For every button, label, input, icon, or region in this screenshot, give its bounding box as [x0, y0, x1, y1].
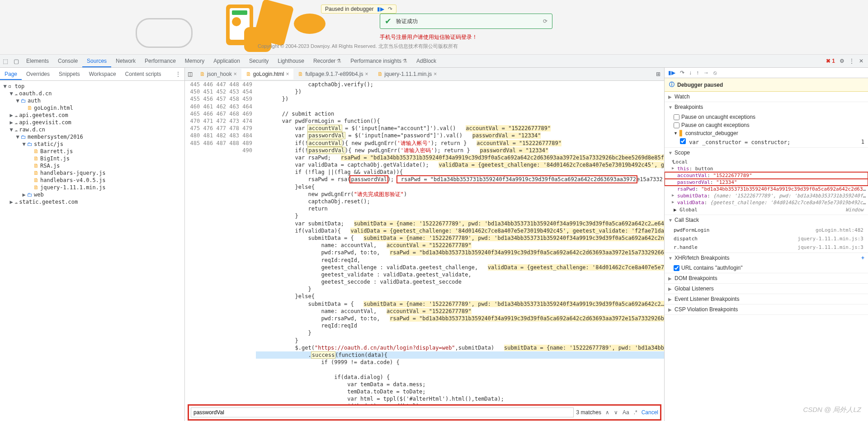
code-content[interactable]: captchaObj.verify(); }) }) // submit act… [256, 81, 664, 421]
tree-top[interactable]: ▼▫ top [0, 83, 184, 90]
tree-geetest[interactable]: ▶☁api.geetest.com [0, 112, 184, 119]
scope-section[interactable]: ▼Scope [665, 148, 868, 158]
file-tab[interactable]: 🗎fullpage.9.1.7-e899b4.js × [293, 69, 373, 80]
breakpoint-code[interactable]: var _constructor = constructor;1 [665, 137, 868, 146]
scope-validdata[interactable]: ▶validData: {geetest_challenge: '84d0146… [665, 199, 868, 206]
tree-file[interactable]: 🗎handlebars-jquery.js [0, 169, 184, 177]
callstack-frame[interactable]: r.handlejquery-1.11.1.min.js:3 [665, 243, 868, 252]
resume-icon[interactable]: ▮▶ [668, 70, 675, 76]
tree-raw[interactable]: ▼☁raw.d.cn [0, 126, 184, 133]
settings-icon[interactable]: ⚙ [840, 58, 844, 64]
scope-submitdata[interactable]: ▶submitData: {name: '15222677789', pwd: … [665, 192, 868, 199]
nav-tab-page[interactable]: Page [0, 69, 22, 80]
step-out-icon[interactable]: ↑ [696, 70, 699, 76]
step-over-icon[interactable]: ↷ [388, 6, 392, 12]
devtools-header: ⬚ ▢ ElementsConsoleSourcesNetworkPerform… [0, 55, 868, 68]
tree-member[interactable]: ▼🗀membersystem/2016 [0, 133, 184, 140]
nav-tab-overrides[interactable]: Overrides [22, 69, 54, 80]
tree-geevisit[interactable]: ▶☁api.geevisit.com [0, 119, 184, 126]
nav-tab-snippets[interactable]: Snippets [54, 69, 85, 80]
nav-tab-content scripts[interactable]: Content scripts [121, 69, 166, 80]
search-next-icon[interactable]: ∨ [613, 409, 619, 416]
scope-rsapwd[interactable]: rsaPwd: "bd1a34bb353731b359240f34a9919c3… [665, 186, 868, 192]
scope-password[interactable]: passwordVal: "12334" [665, 179, 868, 186]
tab-elements[interactable]: Elements [22, 55, 53, 67]
tab-sources[interactable]: Sources [82, 55, 111, 67]
debugger-pause-banner: Paused in debugger ▮▶ ↷ [321, 5, 396, 14]
breakpoint-item[interactable]: ▼▋constructor_debugger [665, 129, 868, 137]
pause-text: Paused in debugger [325, 6, 373, 12]
search-input[interactable] [191, 407, 574, 417]
tree-static-geetest[interactable]: ▶☁static.geetest.com [0, 198, 184, 206]
tab-console[interactable]: Console [53, 55, 82, 67]
tree-file[interactable]: 🗎handlebars-v4.0.5.js [0, 177, 184, 184]
tree-file[interactable]: 🗎RSA.js [0, 162, 184, 169]
debugger-paused-banner: ⓘ Debugger paused [665, 78, 868, 92]
navigator-more-icon[interactable]: ⋮ [172, 71, 184, 77]
tree-web[interactable]: ▶🗀web [0, 191, 184, 198]
tree-file[interactable]: 🗎BigInt.js [0, 155, 184, 162]
callstack-frame[interactable]: pwdFormLogingoLogin.html:482 [665, 226, 868, 234]
search-regex-icon[interactable]: .* [632, 409, 639, 416]
line-gutter: 445 446 447 448 449 450 451 452 453 454 … [185, 81, 256, 421]
callstack-frame[interactable]: dispatchjquery-1.11.1.min.js:3 [665, 234, 868, 243]
refresh-icon[interactable]: ⟳ [543, 18, 547, 24]
tab-performance-insights[interactable]: Performance insights⚗ [346, 55, 412, 67]
toggle-left-icon[interactable]: ◫ [185, 71, 195, 77]
tree-file[interactable]: 🗎Barrett.js [0, 148, 184, 155]
file-tab[interactable]: 🗎json_hook × [195, 69, 241, 80]
close-devtools-icon[interactable]: ✕ [859, 58, 863, 64]
scope-local[interactable]: ▼Local [665, 159, 868, 165]
tree-staticjs[interactable]: ▼🗀static/js [0, 140, 184, 148]
step-into-icon[interactable]: ↓ [689, 70, 692, 76]
tab-performance[interactable]: Performance [140, 55, 180, 67]
tab-recorder[interactable]: Recorder⚗ [309, 55, 346, 67]
xhr-breakpoint-item[interactable]: URL contains "auth/login" [665, 264, 868, 272]
error-indicator[interactable]: ✖ 1 [826, 58, 835, 64]
tree-file[interactable]: 🗎jquery-1.11.1.min.js [0, 184, 184, 191]
tree-auth[interactable]: ▼🗀auth [0, 97, 184, 104]
tree-gologin[interactable]: 🗎goLogin.html [0, 104, 184, 112]
scope-this[interactable]: ▶this: button [665, 165, 868, 172]
search-cancel-button[interactable]: Cancel [642, 409, 658, 416]
deactivate-breakpoints-icon[interactable]: ⦸ [713, 70, 717, 76]
pause-caught-checkbox[interactable]: Pause on caught exceptions [665, 121, 868, 129]
tab-adblock[interactable]: AdBlock [412, 55, 441, 67]
inspect-icon[interactable]: ⬚ [0, 58, 11, 65]
tab-lighthouse[interactable]: Lighthouse [273, 55, 309, 67]
xhr-breakpoints-section[interactable]: ▼XHR/fetch Breakpoints+ [665, 253, 868, 263]
scope-account[interactable]: accountVal: "15222677789" [665, 172, 868, 179]
nav-tab-workspace[interactable]: Workspace [85, 69, 121, 80]
step-icon[interactable]: → [703, 70, 709, 76]
tab-memory[interactable]: Memory [180, 55, 209, 67]
pause-uncaught-checkbox[interactable]: Pause on uncaught exceptions [665, 113, 868, 121]
search-prev-icon[interactable]: ∧ [604, 409, 611, 416]
global-listeners-section[interactable]: ▶Global Listeners [665, 284, 868, 294]
search-bar: 3 matches ∧ ∨ Aa .* Cancel [188, 404, 661, 421]
scope-global[interactable]: ▶ GlobalWindow [665, 206, 868, 214]
tab-application[interactable]: Application [209, 55, 245, 67]
event-listener-section[interactable]: ▶Event Listener Breakpoints [665, 294, 868, 304]
resume-icon[interactable]: ▮▶ [377, 6, 384, 12]
file-tab[interactable]: 🗎jquery-1.11.1.min.js × [373, 69, 442, 80]
info-icon: ⓘ [669, 81, 675, 89]
dom-breakpoints-section[interactable]: ▶DOM Breakpoints [665, 273, 868, 283]
breakpoints-section[interactable]: ▼Breakpoints [665, 102, 868, 112]
callstack-section[interactable]: ▼Call Stack [665, 215, 868, 225]
more-icon[interactable]: ⋮ [849, 58, 854, 64]
toggle-navigator-icon[interactable]: ⊞ [652, 71, 664, 77]
check-icon: ✔ [385, 16, 392, 26]
tree-oauth[interactable]: ▼☁oauth.d.cn [0, 90, 184, 97]
tab-security[interactable]: Security [245, 55, 273, 67]
step-over-icon[interactable]: ↷ [680, 70, 684, 76]
add-xhr-icon[interactable]: + [861, 255, 864, 261]
tab-network[interactable]: Network [111, 55, 140, 67]
file-tree[interactable]: ▼▫ top ▼☁oauth.d.cn ▼🗀auth 🗎goLogin.html… [0, 81, 184, 421]
code-editor[interactable]: 445 446 447 448 449 450 451 452 453 454 … [185, 81, 664, 421]
csp-breakpoints-section[interactable]: ▶CSP Violation Breakpoints [665, 304, 868, 314]
file-tab[interactable]: 🗎goLogin.html × [241, 69, 294, 80]
search-case-icon[interactable]: Aa [621, 409, 631, 416]
device-toolbar-icon[interactable]: ▢ [11, 58, 22, 65]
devtools-panel: ⬚ ▢ ElementsConsoleSourcesNetworkPerform… [0, 55, 868, 421]
watch-section[interactable]: ▶Watch [665, 92, 868, 102]
